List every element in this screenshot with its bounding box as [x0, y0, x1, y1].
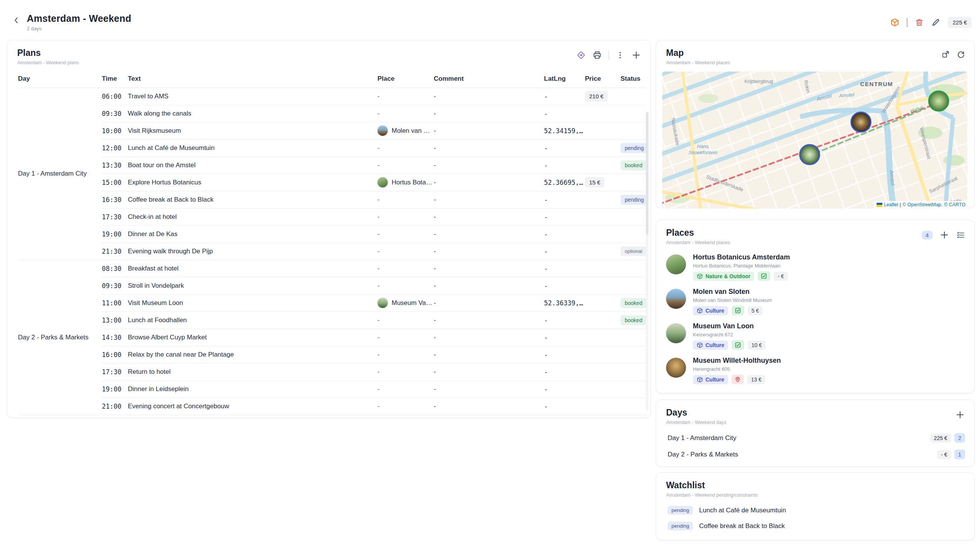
places-list-view-button[interactable] [956, 231, 965, 240]
plan-row[interactable]: 09:30Walk along the canals--- [18, 105, 647, 122]
price-badge: 210 € [585, 91, 608, 101]
places-count-badge: 4 [922, 231, 933, 240]
add-plan-button[interactable] [631, 50, 641, 60]
place-list-item[interactable]: Molen van SlotenMolen van Sloten Windmil… [656, 284, 974, 319]
plan-price [585, 363, 621, 380]
column-header-price: Price [585, 70, 621, 88]
plan-row[interactable]: 13:00Lunch at Foodhallen---booked [18, 311, 647, 329]
print-button[interactable] [593, 51, 602, 60]
plan-comment: - [434, 277, 544, 294]
plans-menu-button[interactable] [616, 51, 624, 59]
plan-comment: - [434, 329, 544, 346]
plan-time: 17:30 [102, 363, 128, 380]
map-label: CENTRUM [860, 81, 893, 87]
plan-price [585, 398, 621, 415]
place-list-item[interactable]: Museum Van LoonKeizersgracht 672 Culture… [656, 319, 974, 353]
plan-price [585, 380, 621, 398]
day-list-item[interactable]: Day 1 - Amsterdam City225 €2 [656, 430, 974, 446]
plan-place: - [377, 88, 434, 105]
map-panel: Map Amsterdam - Weekend places [656, 40, 975, 208]
map-canvas[interactable]: KrijtbergbrugRokinAmstelAmstelCENTRUMWat… [662, 72, 968, 209]
watchlist-item[interactable]: pendingLunch at Café de Museumtuin [656, 502, 974, 518]
plan-latlng: - [544, 191, 585, 208]
plan-text: Breakfast at hotel [128, 260, 377, 277]
plan-row[interactable]: 17:30Return to hotel--- [18, 363, 647, 380]
plan-status [621, 225, 647, 243]
place-list-item[interactable]: Museum Willet-HolthuysenHerengracht 605 … [656, 353, 974, 388]
plan-place: Museum Va… [377, 294, 434, 311]
attribution-separator: | [900, 202, 901, 207]
plan-latlng: - [544, 156, 585, 174]
pin-tag [732, 375, 744, 384]
plans-subtitle: Amsterdam - Weekend plans [17, 60, 79, 65]
plan-status: booked [621, 311, 647, 329]
day-price-badge: 225 € [930, 434, 951, 443]
watchlist-item[interactable]: pendingCoffee break at Back to Black [656, 518, 974, 534]
day-count-badge: 2 [954, 433, 965, 443]
plan-price [585, 243, 621, 260]
refresh-icon [957, 50, 965, 59]
carto-link[interactable]: © CARTO [944, 202, 965, 207]
plan-row[interactable]: 21:30Evening walk through De Pijp---opti… [18, 243, 647, 260]
delete-trip-button[interactable] [915, 18, 924, 27]
column-header-text: Text [128, 70, 377, 88]
plan-row[interactable]: 13:30Boat tour on the Amstel---booked [18, 156, 647, 174]
check-square-icon [735, 307, 741, 314]
edit-trip-button[interactable] [931, 18, 940, 27]
marker-willet[interactable] [851, 112, 871, 132]
plans-table: DayTimeTextPlaceCommentLatLngPriceStatus… [18, 70, 647, 415]
place-name: Molen van Sloten [693, 288, 772, 296]
export-button[interactable] [890, 18, 899, 27]
plan-row[interactable]: 16:30Coffee break at Back to Black---pen… [18, 191, 647, 208]
add-day-button[interactable] [955, 410, 965, 420]
back-button[interactable] [11, 15, 21, 25]
plan-comment: - [434, 191, 544, 208]
plan-row[interactable]: Day 1 - Amsterdam City06:00Travel to AMS… [18, 88, 647, 105]
day-list-item[interactable]: Day 2 - Parks & Markets- €1 [656, 446, 974, 463]
plan-row[interactable]: 09:30Stroll in Vondelpark--- [18, 277, 647, 294]
plan-text: Coffee break at Back to Black [128, 191, 377, 208]
plan-row[interactable]: 12:00Lunch at Café de Museumtuin---pendi… [18, 139, 647, 156]
day-count-badge: 1 [954, 450, 965, 459]
leaflet-link[interactable]: Leaflet [884, 202, 898, 207]
plan-latlng: 52.34159,… [544, 122, 585, 139]
openstreetmap-link[interactable]: © OpenStreetMap, [903, 202, 942, 207]
plan-latlng: - [544, 139, 585, 156]
plans-scrollbar-thumb[interactable] [646, 112, 648, 235]
plan-comment: - [434, 208, 544, 225]
plan-text: Browse Albert Cuyp Market [128, 329, 377, 346]
plan-row[interactable]: 17:30Check-in at hotel--- [18, 208, 647, 225]
plan-time: 14:30 [102, 329, 128, 346]
column-header-comment: Comment [434, 70, 544, 88]
place-photo [666, 254, 686, 274]
place-list-item[interactable]: Hortus Botanicus AmsterdamHortus Botanic… [656, 250, 974, 284]
plus-icon [939, 230, 949, 240]
plan-place: - [377, 398, 434, 415]
plan-row[interactable]: 19:00Dinner at De Kas--- [18, 225, 647, 243]
visited-check-tag [732, 340, 744, 350]
plan-row[interactable]: 16:00Relax by the canal near De Plantage… [18, 346, 647, 363]
plan-row[interactable]: 10:00Visit RijksmuseumMolen van …-52.341… [18, 122, 647, 139]
plan-row[interactable]: 11:00Visit Museum LoonMuseum Va…-52.3633… [18, 294, 647, 311]
plan-latlng: - [544, 208, 585, 225]
map-refresh-button[interactable] [957, 50, 965, 59]
plan-text: Stroll in Vondelpark [128, 277, 377, 294]
map-expand-button[interactable] [941, 50, 950, 59]
marker-hortus[interactable] [929, 91, 949, 111]
plan-place: - [377, 105, 434, 122]
plan-row[interactable]: Day 2 - Parks & Markets08:30Breakfast at… [18, 260, 647, 277]
plan-row[interactable]: 15:00Explore Hortus BotanicusHortus Bota… [18, 174, 647, 191]
add-place-button[interactable] [939, 230, 949, 240]
place-photo [666, 289, 686, 309]
route-optimize-button[interactable] [577, 51, 586, 60]
plan-row[interactable]: 21:00Evening concert at Concertgebouw--- [18, 398, 647, 415]
chevron-left-icon [12, 16, 21, 25]
ukraine-flag-icon [877, 203, 882, 207]
column-header-day: Day [18, 70, 102, 88]
plan-row[interactable]: 14:30Browse Albert Cuyp Market--- [18, 329, 647, 346]
watchlist-subtitle: Amsterdam - Weekend pending/constraints [666, 492, 758, 498]
plan-latlng: - [544, 243, 585, 260]
plan-row[interactable]: 19:00Dinner in Leidseplein--- [18, 380, 647, 398]
marker-vanloon[interactable] [800, 145, 820, 165]
plan-price [585, 208, 621, 225]
